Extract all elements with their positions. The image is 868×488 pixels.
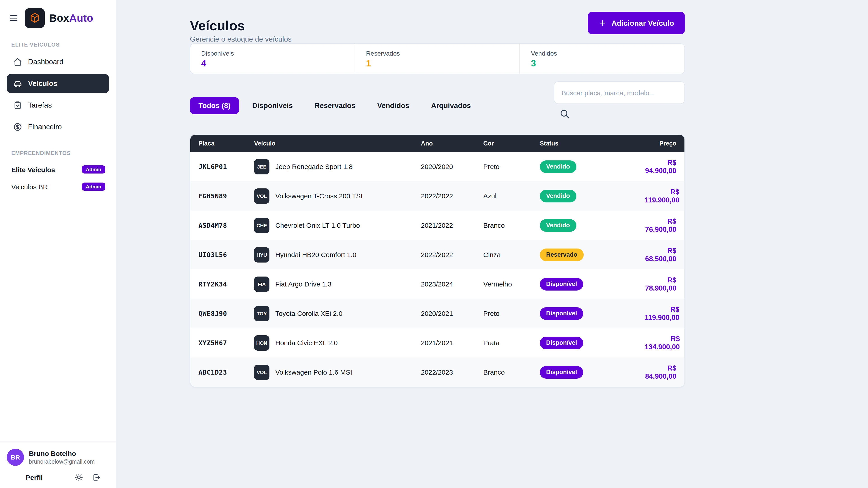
car-icon — [13, 79, 22, 88]
column-header-preco: Preço — [637, 140, 684, 147]
vehicle-color: Vermelho — [475, 280, 532, 288]
vehicle-name: Volkswagen T-Cross 200 TSI — [275, 192, 363, 200]
status-badge: Disponível — [540, 278, 583, 290]
stats-card: Disponíveis 4 Reservados 1 Vendidos 3 — [190, 43, 685, 74]
vehicle-name: Jeep Renegade Sport 1.8 — [275, 163, 352, 170]
vehicle-plate: QWE8J90 — [190, 310, 246, 317]
sidebar-item-label: Tarefas — [28, 101, 52, 109]
vehicle-color: Cinza — [475, 251, 532, 258]
stat-value: 1 — [366, 58, 520, 69]
sidebar-item-financeiro[interactable]: Financeiro — [7, 118, 109, 136]
stat-vendidos: Vendidos 3 — [520, 44, 684, 74]
stat-value: 3 — [531, 58, 684, 69]
table-row[interactable]: UIO3L56 HYU Hyundai HB20 Comfort 1.0 202… — [190, 240, 684, 269]
page-title: Veículos — [190, 18, 291, 33]
tab-disponiveis[interactable]: Disponíveis — [244, 97, 302, 114]
search-input[interactable] — [554, 81, 685, 104]
brand-chip: VOL — [254, 188, 270, 203]
org-item-elite-veiculos[interactable]: Elite Veículos Admin — [7, 161, 109, 178]
tab-todos[interactable]: Todos (8) — [190, 97, 239, 114]
plus-icon — [598, 19, 607, 27]
status-badge: Reservado — [540, 248, 584, 261]
sidebar-item-veiculos[interactable]: Veículos — [7, 74, 109, 93]
sidebar-user-section: BR Bruno Botelho brunorabelow@gmail.com … — [0, 441, 116, 488]
brand-chip: VOL — [254, 364, 270, 380]
vehicle-price: R$ 76.900,00 — [637, 217, 684, 233]
vehicle-year: 2022/2023 — [413, 368, 475, 376]
column-header-veiculo: Veículo — [246, 140, 413, 147]
home-icon — [13, 57, 22, 66]
sidebar-item-tarefas[interactable]: Tarefas — [7, 96, 109, 115]
table-row[interactable]: ASD4M78 CHE Chevrolet Onix LT 1.0 Turbo … — [190, 210, 684, 240]
vehicle-price: R$ 134.900,00 — [637, 335, 685, 351]
vehicle-plate: FGH5N89 — [190, 192, 246, 199]
status-badge: Disponível — [540, 307, 583, 320]
vehicle-color: Preto — [475, 163, 532, 170]
avatar: BR — [7, 449, 24, 466]
add-vehicle-button[interactable]: Adicionar Veículo — [587, 12, 685, 34]
tab-arquivados[interactable]: Arquivados — [423, 97, 479, 114]
org-item-veiculos-br[interactable]: Veiculos BR Admin — [7, 178, 109, 195]
status-badge: Vendido — [540, 160, 576, 173]
sidebar-section-label-orgs: EMPREENDIMENTOS — [7, 150, 109, 156]
vehicle-color: Preto — [475, 310, 532, 317]
brand-chip: HYU — [254, 247, 270, 262]
menu-toggle-icon[interactable] — [7, 11, 20, 25]
vehicle-price: R$ 68.500,00 — [637, 247, 684, 263]
vehicle-plate: ABC1D23 — [190, 368, 246, 376]
search-icon[interactable] — [559, 108, 570, 121]
table-row[interactable]: FGH5N89 VOL Volkswagen T-Cross 200 TSI 2… — [190, 181, 684, 210]
vehicle-color: Azul — [475, 192, 532, 200]
brand-chip: HON — [254, 335, 270, 350]
vehicle-name: Toyota Corolla XEi 2.0 — [275, 310, 342, 317]
vehicle-price: R$ 84.900,00 — [637, 364, 684, 380]
finance-icon — [13, 123, 22, 131]
vehicle-color: Prata — [475, 339, 532, 347]
sidebar-item-dashboard[interactable]: Dashboard — [7, 53, 109, 71]
logo-row: BoxAuto — [7, 8, 109, 28]
brand-chip: CHE — [254, 218, 270, 233]
tab-vendidos[interactable]: Vendidos — [369, 97, 418, 114]
vehicle-year: 2022/2022 — [413, 251, 475, 258]
table-row[interactable]: JKL6P01 JEE Jeep Renegade Sport 1.8 2020… — [190, 152, 684, 181]
vehicle-year: 2021/2022 — [413, 221, 475, 229]
stat-reservados: Reservados 1 — [355, 44, 520, 74]
admin-badge: Admin — [82, 183, 105, 191]
vehicle-price: R$ 119.900,00 — [637, 188, 685, 204]
vehicle-color: Branco — [475, 368, 532, 376]
vehicle-year: 2020/2020 — [413, 163, 475, 170]
column-header-cor: Cor — [475, 140, 532, 147]
tasks-icon — [13, 101, 22, 110]
vehicle-plate: ASD4M78 — [190, 222, 246, 229]
vehicle-year: 2021/2021 — [413, 339, 475, 347]
user-name: Bruno Botelho — [29, 450, 95, 458]
table-row[interactable]: RTY2K34 FIA Fiat Argo Drive 1.3 2023/202… — [190, 269, 684, 299]
vehicle-name: Chevrolet Onix LT 1.0 Turbo — [275, 221, 360, 229]
vehicle-price: R$ 94.900,00 — [637, 158, 684, 175]
column-header-placa: Placa — [190, 140, 246, 147]
logout-icon[interactable] — [92, 473, 101, 482]
table-row[interactable]: ABC1D23 VOL Volkswagen Polo 1.6 MSI 2022… — [190, 357, 684, 387]
sidebar: BoxAuto ELITE VEÍCULOS Dashboard Veículo… — [0, 0, 116, 488]
app-window: BoxAuto ELITE VEÍCULOS Dashboard Veículo… — [0, 0, 868, 488]
add-vehicle-button-label: Adicionar Veículo — [612, 19, 674, 27]
profile-link[interactable]: Perfil — [26, 474, 43, 481]
vehicles-table: Placa Veículo Ano Cor Status Preço JKL6P… — [190, 134, 685, 387]
theme-toggle-icon[interactable] — [74, 473, 83, 482]
brand-chip: FIA — [254, 276, 270, 292]
org-label: Veiculos BR — [11, 183, 48, 191]
status-badge: Disponível — [540, 336, 583, 349]
vehicle-price: R$ 119.900,00 — [637, 305, 685, 322]
table-row[interactable]: QWE8J90 TOY Toyota Corolla XEi 2.0 2020/… — [190, 299, 684, 328]
stat-label: Reservados — [366, 50, 520, 57]
brand-logo-icon — [25, 8, 45, 28]
table-row[interactable]: XYZ5H67 HON Honda Civic EXL 2.0 2021/202… — [190, 328, 684, 357]
sidebar-section-label-account: ELITE VEÍCULOS — [7, 41, 109, 48]
vehicle-plate: XYZ5H67 — [190, 339, 246, 346]
table-header: Placa Veículo Ano Cor Status Preço — [190, 135, 684, 152]
vehicle-price: R$ 78.900,00 — [637, 276, 684, 292]
vehicle-name: Honda Civic EXL 2.0 — [275, 339, 338, 347]
tab-reservados[interactable]: Reservados — [306, 97, 364, 114]
user-email: brunorabelow@gmail.com — [29, 459, 95, 465]
status-badge: Vendido — [540, 219, 576, 232]
